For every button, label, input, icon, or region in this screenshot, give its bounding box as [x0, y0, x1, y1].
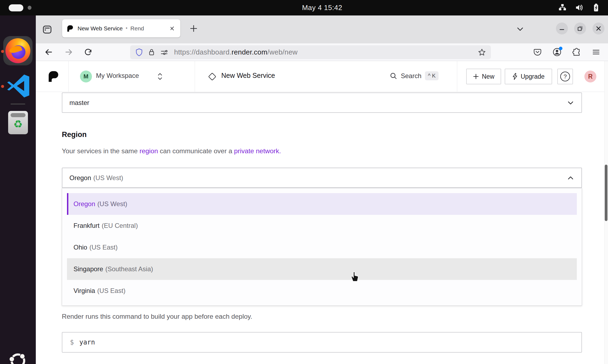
region-option-ohio[interactable]: Ohio(US East) — [67, 237, 577, 258]
private-network-link[interactable]: private network. — [234, 147, 281, 155]
render-dashboard: M My Workspace New Web Service Search ^ … — [36, 61, 608, 364]
firefox-icon — [5, 38, 30, 63]
scrollbar-thumb[interactable] — [605, 165, 607, 221]
selected-region-zone: (US West) — [93, 174, 123, 182]
back-icon[interactable] — [43, 46, 55, 58]
extensions-icon[interactable] — [571, 46, 583, 58]
region-option-singapore[interactable]: Singapore(Southeast Asia) — [67, 258, 577, 280]
menu-icon[interactable] — [590, 46, 602, 58]
user-avatar[interactable]: R — [584, 71, 596, 82]
vscode-running-indicator — [1, 85, 4, 88]
tab-bar: New Web Service • Rend — [36, 15, 608, 43]
region-select-trigger[interactable]: Oregon (US West) — [62, 168, 582, 188]
form-content: master Region Your services in the same … — [62, 61, 582, 364]
lock-icon[interactable] — [148, 48, 155, 57]
command-prompt: $ — [70, 339, 74, 346]
reload-icon[interactable] — [82, 46, 94, 58]
system-status-icons[interactable] — [558, 3, 600, 12]
region-heading: Region — [62, 130, 87, 139]
tab-title: New Web Service • Rend — [78, 25, 168, 32]
account-icon[interactable] — [551, 46, 563, 58]
url-bar[interactable]: https://dashboard.render.com/web/new — [130, 45, 491, 59]
trash-lid — [11, 113, 25, 117]
firefox-dock-item[interactable] — [3, 36, 33, 65]
trash-dock-item[interactable]: ♻ — [8, 111, 28, 134]
tab-separator: • — [126, 25, 127, 31]
clock[interactable]: May 4 15:42 — [284, 4, 360, 12]
shield-icon[interactable] — [135, 48, 143, 57]
build-command-help: Render runs this command to build your a… — [62, 313, 252, 320]
firefox-running-indicator — [1, 50, 4, 53]
chevron-down-icon — [567, 99, 574, 107]
vscode-icon — [6, 74, 30, 98]
screen: May 4 15:42 — [0, 0, 608, 364]
forward-icon[interactable] — [63, 46, 75, 58]
dock: ♻ — [0, 15, 36, 364]
recycle-icon: ♻ — [8, 119, 28, 129]
branch-value: master — [69, 99, 89, 107]
bookmark-star-icon[interactable] — [478, 48, 486, 56]
chevron-up-icon — [567, 174, 574, 182]
ubuntu-top-bar: May 4 15:42 — [0, 0, 608, 15]
active-tab[interactable]: New Web Service • Rend — [62, 19, 180, 37]
battery-icon — [592, 3, 600, 12]
new-tab-button[interactable] — [187, 21, 201, 36]
maximize-button[interactable] — [574, 23, 586, 34]
vscode-dock-item[interactable] — [6, 74, 30, 98]
selected-region-city: Oregon — [69, 174, 91, 182]
region-link[interactable]: region — [139, 147, 158, 155]
account-notification-dot — [559, 47, 562, 50]
close-button[interactable] — [593, 23, 604, 34]
list-all-tabs-icon[interactable] — [513, 22, 527, 36]
ubuntu-logo[interactable] — [7, 349, 29, 364]
firefox-view-icon[interactable] — [41, 23, 54, 36]
workspace-dot — [28, 6, 31, 10]
region-option-oregon[interactable]: Oregon(US West) — [67, 193, 577, 215]
firefox-window: New Web Service • Rend — [36, 15, 608, 364]
minimize-button[interactable] — [556, 23, 568, 34]
region-option-frankfurt[interactable]: Frankfurt(EU Central) — [67, 215, 577, 237]
tab-close-icon[interactable] — [168, 24, 176, 33]
render-logo[interactable] — [47, 70, 59, 83]
branch-select[interactable]: master — [62, 92, 582, 113]
command-value: yarn — [79, 339, 95, 346]
network-icon — [558, 3, 567, 12]
region-option-virginia[interactable]: Virginia(US East) — [67, 280, 577, 302]
build-command-input[interactable]: $ yarn — [62, 332, 582, 353]
dock-divider — [11, 104, 25, 104]
region-option-list: Oregon(US West) Frankfurt(EU Central) Oh… — [62, 188, 582, 306]
region-description: Your services in the same region can com… — [62, 147, 281, 155]
render-favicon — [66, 25, 73, 32]
url-text[interactable]: https://dashboard.render.com/web/new — [174, 48, 478, 56]
pocket-icon[interactable] — [532, 46, 543, 58]
navigation-bar: https://dashboard.render.com/web/new — [36, 43, 608, 61]
permissions-icon[interactable] — [160, 48, 168, 56]
volume-icon — [575, 3, 584, 12]
activities-pill[interactable] — [9, 4, 23, 11]
